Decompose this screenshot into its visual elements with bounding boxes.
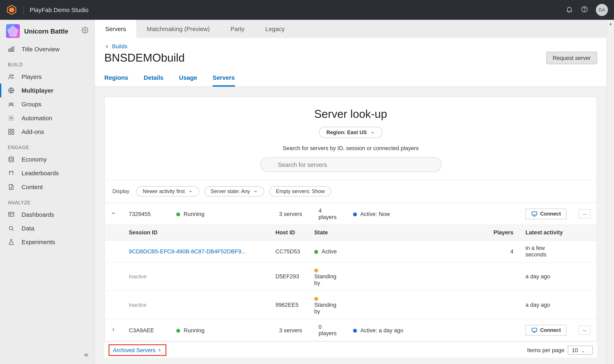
content-icon — [8, 183, 15, 190]
experiments-icon — [8, 239, 15, 246]
host-id: 9962EE5 — [270, 291, 308, 319]
studio-name[interactable]: PlayFab Demo Studio — [30, 7, 88, 13]
collapse-sidebar-icon[interactable] — [82, 351, 89, 360]
group-servers: 3 servers — [270, 203, 308, 224]
tab-legacy[interactable]: Legacy — [255, 20, 295, 38]
chevron-down-icon: ⌄ — [581, 348, 585, 353]
groups-icon — [8, 101, 15, 108]
row-state: Standing by — [308, 291, 347, 319]
session-link[interactable]: 9CD8DCB5-EFC8-490B-8C87-DB4F52DBF9... — [129, 248, 246, 254]
host-id: CC75D53 — [270, 240, 308, 262]
scroll-up-icon[interactable]: ▴ — [607, 20, 614, 27]
more-button[interactable]: ··· — [579, 209, 591, 218]
multiplayer-icon — [8, 87, 15, 94]
search-box — [260, 157, 441, 172]
expander-icon[interactable] — [111, 210, 117, 217]
nav-label: Groups — [22, 101, 41, 108]
nav-content[interactable]: Content — [0, 180, 94, 194]
subtab-details[interactable]: Details — [144, 72, 164, 87]
connect-button[interactable]: Connect — [526, 325, 567, 335]
svg-point-4 — [84, 29, 86, 31]
filter-sort[interactable]: Newer activity first — [136, 186, 199, 196]
tab-servers[interactable]: Servers — [95, 20, 136, 38]
nav-data[interactable]: Data — [0, 221, 94, 235]
section-build: BUILD — [0, 56, 94, 70]
connect-button[interactable]: Connect — [526, 208, 567, 219]
overview-icon — [8, 46, 15, 52]
group-status: Running — [170, 319, 270, 341]
help-icon[interactable] — [581, 5, 588, 14]
avatar[interactable]: RA — [596, 4, 608, 16]
svg-point-8 — [9, 75, 11, 76]
page-title: BNSDEMObuild — [104, 51, 185, 65]
filter-state[interactable]: Server state: Any — [204, 186, 264, 196]
row-state: Active — [308, 240, 347, 262]
nav-dashboards[interactable]: Dashboards — [0, 208, 94, 221]
search-input[interactable] — [260, 157, 441, 172]
top-tabs: Servers Matchmaking (Preview) Party Lega… — [95, 20, 607, 38]
nav-automation[interactable]: Automation — [0, 111, 94, 125]
archived-servers-link[interactable]: Archived Servers — [109, 344, 166, 356]
lookup-title: Server look-up — [105, 107, 597, 121]
nav-leaderboards[interactable]: Leaderboards — [0, 166, 94, 180]
footer-row: Archived Servers Items per page 10 ⌄ — [104, 341, 597, 358]
subtabs: Regions Details Usage Servers — [104, 72, 597, 87]
svg-rect-15 — [12, 129, 14, 131]
nav-addons[interactable]: Add-ons — [0, 125, 94, 139]
tab-matchmaking[interactable]: Matchmaking (Preview) — [136, 20, 220, 38]
nav-title-overview[interactable]: Title Overview — [0, 42, 94, 56]
topbar: PlayFab Demo Studio RA — [0, 0, 614, 20]
group-active: Active: a day ago — [347, 319, 520, 341]
nav-groups[interactable]: Groups — [0, 97, 94, 111]
breadcrumb[interactable]: Builds — [104, 43, 597, 50]
row-players — [347, 262, 520, 291]
page-header: Builds BNSDEMObuild Request server Regio… — [95, 38, 607, 87]
data-icon — [8, 225, 15, 232]
items-per-page-select[interactable]: 10 ⌄ — [568, 346, 593, 355]
nav-experiments[interactable]: Experiments — [0, 235, 94, 249]
col-state: State — [308, 225, 347, 240]
group-row[interactable]: C3A9AEE Running 3 servers 0 players Acti… — [105, 319, 597, 341]
group-status: Running — [170, 203, 270, 224]
svg-point-13 — [11, 117, 12, 119]
divider — [23, 5, 24, 14]
nav-label: Content — [22, 183, 42, 190]
nav-players[interactable]: Players — [0, 70, 94, 83]
subtab-regions[interactable]: Regions — [104, 72, 128, 87]
group-row[interactable]: 7329455 Running 3 servers 4 players Acti… — [105, 203, 597, 224]
leaderboards-icon — [8, 170, 15, 177]
svg-point-3 — [584, 11, 585, 11]
filters-row: Display Newer activity first Server stat… — [105, 180, 597, 202]
svg-point-11 — [9, 103, 11, 104]
svg-rect-22 — [532, 211, 537, 215]
region-selector[interactable]: Region: East US — [319, 127, 382, 138]
row-players — [347, 291, 520, 319]
gear-icon[interactable] — [82, 27, 88, 35]
nav-economy[interactable]: Economy — [0, 153, 94, 166]
svg-rect-14 — [9, 129, 11, 131]
server-row: InactiveD5EF293Standing bya day ago — [105, 262, 597, 291]
server-row: 9CD8DCB5-EFC8-490B-8C87-DB4F52DBF9...CC7… — [105, 240, 597, 262]
bell-icon[interactable] — [566, 5, 573, 14]
sidebar: Unicorn Battle Title Overview BUILD Play… — [0, 20, 95, 364]
group-players: 0 players — [308, 319, 347, 341]
subtab-servers[interactable]: Servers — [213, 72, 235, 87]
expander-icon[interactable] — [111, 327, 117, 333]
chevron-down-icon — [254, 189, 258, 194]
row-state: Standing by — [308, 262, 347, 291]
vertical-scrollbar[interactable]: ▴ — [607, 20, 614, 364]
row-activity: in a few seconds — [520, 240, 573, 262]
nav-label: Players — [22, 73, 41, 80]
group-active: Active: Now — [347, 203, 520, 224]
col-activity: Latest activity — [520, 225, 573, 240]
nav-label: Dashboards — [22, 211, 54, 218]
tab-party[interactable]: Party — [220, 20, 255, 38]
subtab-usage[interactable]: Usage — [179, 72, 197, 87]
svg-point-9 — [12, 75, 13, 76]
request-server-button[interactable]: Request server — [546, 52, 597, 64]
region-label: Region: East US — [327, 129, 367, 135]
title-selector[interactable]: Unicorn Battle — [0, 20, 94, 42]
nav-multiplayer[interactable]: Multiplayer — [0, 84, 94, 97]
more-button[interactable]: ··· — [579, 325, 591, 335]
filter-empty[interactable]: Empty servers: Show — [270, 186, 331, 196]
